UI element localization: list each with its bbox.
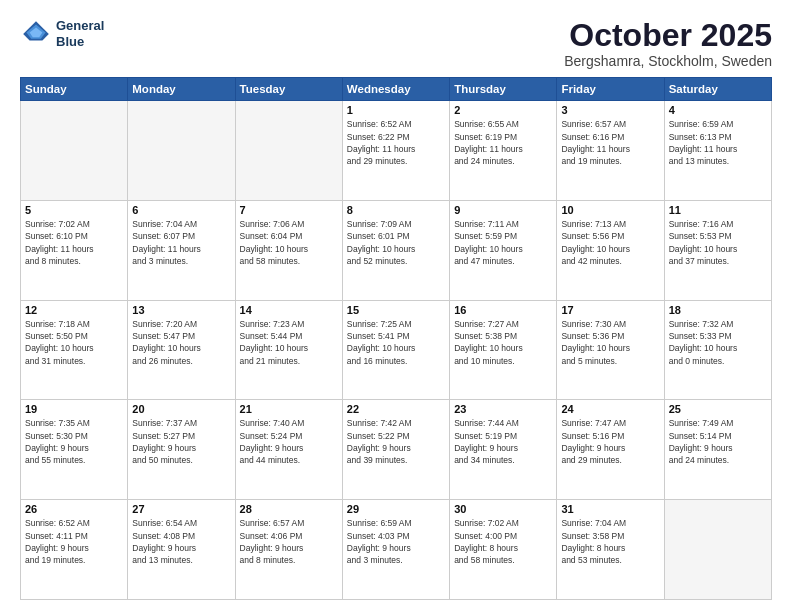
day-number: 16 (454, 304, 552, 316)
day-info: Sunrise: 7:20 AM Sunset: 5:47 PM Dayligh… (132, 318, 230, 367)
day-cell: 18Sunrise: 7:32 AM Sunset: 5:33 PM Dayli… (664, 300, 771, 400)
day-cell: 12Sunrise: 7:18 AM Sunset: 5:50 PM Dayli… (21, 300, 128, 400)
day-info: Sunrise: 7:42 AM Sunset: 5:22 PM Dayligh… (347, 417, 445, 466)
col-header-tuesday: Tuesday (235, 78, 342, 101)
day-number: 2 (454, 104, 552, 116)
day-cell: 11Sunrise: 7:16 AM Sunset: 5:53 PM Dayli… (664, 200, 771, 300)
day-number: 31 (561, 503, 659, 515)
month-title: October 2025 (564, 18, 772, 53)
day-cell: 17Sunrise: 7:30 AM Sunset: 5:36 PM Dayli… (557, 300, 664, 400)
day-header-row: SundayMondayTuesdayWednesdayThursdayFrid… (21, 78, 772, 101)
col-header-sunday: Sunday (21, 78, 128, 101)
day-cell: 20Sunrise: 7:37 AM Sunset: 5:27 PM Dayli… (128, 400, 235, 500)
day-number: 24 (561, 403, 659, 415)
day-info: Sunrise: 7:13 AM Sunset: 5:56 PM Dayligh… (561, 218, 659, 267)
day-number: 11 (669, 204, 767, 216)
day-info: Sunrise: 7:30 AM Sunset: 5:36 PM Dayligh… (561, 318, 659, 367)
day-number: 17 (561, 304, 659, 316)
day-number: 26 (25, 503, 123, 515)
day-info: Sunrise: 6:57 AM Sunset: 6:16 PM Dayligh… (561, 118, 659, 167)
day-cell: 27Sunrise: 6:54 AM Sunset: 4:08 PM Dayli… (128, 500, 235, 600)
day-number: 4 (669, 104, 767, 116)
col-header-wednesday: Wednesday (342, 78, 449, 101)
col-header-saturday: Saturday (664, 78, 771, 101)
day-info: Sunrise: 7:04 AM Sunset: 3:58 PM Dayligh… (561, 517, 659, 566)
day-info: Sunrise: 6:55 AM Sunset: 6:19 PM Dayligh… (454, 118, 552, 167)
calendar-table: SundayMondayTuesdayWednesdayThursdayFrid… (20, 77, 772, 600)
week-row-5: 26Sunrise: 6:52 AM Sunset: 4:11 PM Dayli… (21, 500, 772, 600)
day-cell: 28Sunrise: 6:57 AM Sunset: 4:06 PM Dayli… (235, 500, 342, 600)
day-cell: 3Sunrise: 6:57 AM Sunset: 6:16 PM Daylig… (557, 101, 664, 201)
day-cell (664, 500, 771, 600)
day-cell (128, 101, 235, 201)
day-info: Sunrise: 7:49 AM Sunset: 5:14 PM Dayligh… (669, 417, 767, 466)
day-cell: 2Sunrise: 6:55 AM Sunset: 6:19 PM Daylig… (450, 101, 557, 201)
day-number: 13 (132, 304, 230, 316)
day-number: 23 (454, 403, 552, 415)
day-cell: 13Sunrise: 7:20 AM Sunset: 5:47 PM Dayli… (128, 300, 235, 400)
day-info: Sunrise: 6:59 AM Sunset: 4:03 PM Dayligh… (347, 517, 445, 566)
day-number: 20 (132, 403, 230, 415)
day-cell (235, 101, 342, 201)
day-number: 25 (669, 403, 767, 415)
day-info: Sunrise: 6:59 AM Sunset: 6:13 PM Dayligh… (669, 118, 767, 167)
week-row-3: 12Sunrise: 7:18 AM Sunset: 5:50 PM Dayli… (21, 300, 772, 400)
day-number: 27 (132, 503, 230, 515)
day-info: Sunrise: 6:52 AM Sunset: 4:11 PM Dayligh… (25, 517, 123, 566)
day-cell: 5Sunrise: 7:02 AM Sunset: 6:10 PM Daylig… (21, 200, 128, 300)
day-cell: 15Sunrise: 7:25 AM Sunset: 5:41 PM Dayli… (342, 300, 449, 400)
day-number: 18 (669, 304, 767, 316)
day-info: Sunrise: 6:54 AM Sunset: 4:08 PM Dayligh… (132, 517, 230, 566)
day-info: Sunrise: 7:37 AM Sunset: 5:27 PM Dayligh… (132, 417, 230, 466)
day-info: Sunrise: 7:06 AM Sunset: 6:04 PM Dayligh… (240, 218, 338, 267)
day-info: Sunrise: 7:40 AM Sunset: 5:24 PM Dayligh… (240, 417, 338, 466)
day-cell: 16Sunrise: 7:27 AM Sunset: 5:38 PM Dayli… (450, 300, 557, 400)
col-header-thursday: Thursday (450, 78, 557, 101)
day-cell: 30Sunrise: 7:02 AM Sunset: 4:00 PM Dayli… (450, 500, 557, 600)
day-cell: 9Sunrise: 7:11 AM Sunset: 5:59 PM Daylig… (450, 200, 557, 300)
col-header-monday: Monday (128, 78, 235, 101)
day-info: Sunrise: 7:09 AM Sunset: 6:01 PM Dayligh… (347, 218, 445, 267)
day-number: 29 (347, 503, 445, 515)
day-info: Sunrise: 7:47 AM Sunset: 5:16 PM Dayligh… (561, 417, 659, 466)
day-number: 6 (132, 204, 230, 216)
day-info: Sunrise: 7:11 AM Sunset: 5:59 PM Dayligh… (454, 218, 552, 267)
day-cell: 26Sunrise: 6:52 AM Sunset: 4:11 PM Dayli… (21, 500, 128, 600)
day-number: 8 (347, 204, 445, 216)
week-row-2: 5Sunrise: 7:02 AM Sunset: 6:10 PM Daylig… (21, 200, 772, 300)
day-number: 30 (454, 503, 552, 515)
day-number: 3 (561, 104, 659, 116)
day-info: Sunrise: 7:32 AM Sunset: 5:33 PM Dayligh… (669, 318, 767, 367)
day-info: Sunrise: 6:57 AM Sunset: 4:06 PM Dayligh… (240, 517, 338, 566)
day-info: Sunrise: 7:25 AM Sunset: 5:41 PM Dayligh… (347, 318, 445, 367)
title-block: October 2025 Bergshamra, Stockholm, Swed… (564, 18, 772, 69)
logo-icon (20, 18, 52, 50)
day-cell (21, 101, 128, 201)
day-cell: 22Sunrise: 7:42 AM Sunset: 5:22 PM Dayli… (342, 400, 449, 500)
day-cell: 7Sunrise: 7:06 AM Sunset: 6:04 PM Daylig… (235, 200, 342, 300)
day-number: 1 (347, 104, 445, 116)
day-info: Sunrise: 7:18 AM Sunset: 5:50 PM Dayligh… (25, 318, 123, 367)
week-row-4: 19Sunrise: 7:35 AM Sunset: 5:30 PM Dayli… (21, 400, 772, 500)
day-cell: 8Sunrise: 7:09 AM Sunset: 6:01 PM Daylig… (342, 200, 449, 300)
day-info: Sunrise: 7:02 AM Sunset: 4:00 PM Dayligh… (454, 517, 552, 566)
day-number: 22 (347, 403, 445, 415)
day-number: 21 (240, 403, 338, 415)
day-cell: 6Sunrise: 7:04 AM Sunset: 6:07 PM Daylig… (128, 200, 235, 300)
col-header-friday: Friday (557, 78, 664, 101)
day-info: Sunrise: 7:23 AM Sunset: 5:44 PM Dayligh… (240, 318, 338, 367)
location-subtitle: Bergshamra, Stockholm, Sweden (564, 53, 772, 69)
day-number: 5 (25, 204, 123, 216)
day-cell: 31Sunrise: 7:04 AM Sunset: 3:58 PM Dayli… (557, 500, 664, 600)
day-info: Sunrise: 7:02 AM Sunset: 6:10 PM Dayligh… (25, 218, 123, 267)
day-number: 19 (25, 403, 123, 415)
logo-text: General Blue (56, 18, 104, 49)
logo-line1: General (56, 18, 104, 34)
week-row-1: 1Sunrise: 6:52 AM Sunset: 6:22 PM Daylig… (21, 101, 772, 201)
day-number: 12 (25, 304, 123, 316)
day-cell: 10Sunrise: 7:13 AM Sunset: 5:56 PM Dayli… (557, 200, 664, 300)
day-info: Sunrise: 7:27 AM Sunset: 5:38 PM Dayligh… (454, 318, 552, 367)
day-number: 28 (240, 503, 338, 515)
logo: General Blue (20, 18, 104, 50)
header: General Blue October 2025 Bergshamra, St… (20, 18, 772, 69)
